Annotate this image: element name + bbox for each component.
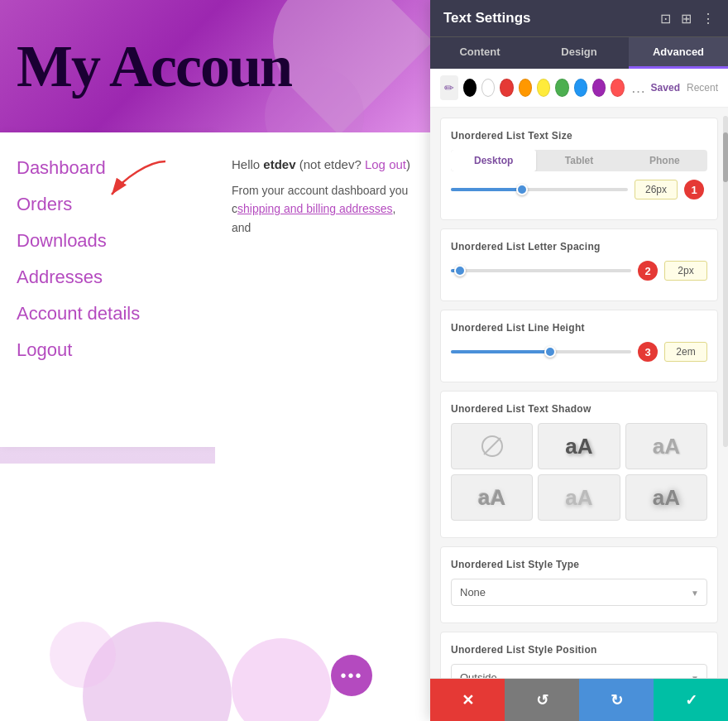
- account-description: From your account dashboard you cshippin…: [232, 181, 414, 237]
- color-blue[interactable]: [574, 79, 587, 97]
- reset-button[interactable]: ↺: [505, 679, 579, 721]
- panel-title: Text Settings: [443, 10, 530, 26]
- screenshot-icon[interactable]: ⊡: [660, 11, 671, 26]
- shadow-option-4[interactable]: aA: [538, 474, 620, 521]
- letter-spacing-label: Unordered List Letter Spacing: [451, 241, 707, 252]
- more-options-icon[interactable]: ⋮: [702, 11, 715, 26]
- panel-footer: ✕ ↺ ↻ ✓: [430, 678, 728, 721]
- more-colors-button[interactable]: …: [631, 79, 646, 97]
- text-shadow-section: Unordered List Text Shadow aA aA aA aA a…: [440, 391, 718, 538]
- pencil-icon[interactable]: ✏: [440, 75, 458, 100]
- svg-line-2: [484, 438, 500, 454]
- color-black[interactable]: [463, 79, 477, 97]
- panel-header-icons: ⊡ ⊞ ⋮: [660, 11, 715, 26]
- device-tab-desktop[interactable]: Desktop: [451, 150, 536, 171]
- style-position-label: Unordered List Style Position: [451, 644, 707, 656]
- scrollbar-track: [723, 116, 728, 447]
- saved-recent-row: Saved Recent: [651, 82, 718, 94]
- page-background: My Accoun Dashboard Orders Downloads Add…: [0, 0, 430, 721]
- shadow-options-grid: aA aA aA aA aA: [451, 423, 707, 521]
- settings-panel: Text Settings ⊡ ⊞ ⋮ Content Design Advan…: [430, 0, 728, 721]
- style-type-label: Unordered List Style Type: [451, 559, 707, 570]
- shadow-option-2[interactable]: aA: [625, 423, 707, 469]
- color-purple[interactable]: [592, 79, 606, 97]
- tab-content[interactable]: Content: [430, 37, 529, 69]
- letter-spacing-slider[interactable]: [451, 269, 631, 272]
- logout-link[interactable]: Log out: [365, 157, 406, 171]
- panel-tabs: Content Design Advanced: [430, 36, 728, 69]
- page-header: My Accoun: [0, 0, 430, 132]
- shadow-option-3[interactable]: aA: [451, 474, 533, 521]
- color-yellow[interactable]: [537, 79, 550, 97]
- text-size-slider-row: 26px 1: [451, 180, 707, 199]
- device-tab-tablet[interactable]: Tablet: [536, 150, 621, 171]
- device-tab-phone[interactable]: Phone: [622, 150, 707, 171]
- text-shadow-label: Unordered List Text Shadow: [451, 403, 707, 415]
- paren-close: ): [406, 157, 410, 171]
- annotation-badge-3: 3: [638, 342, 658, 362]
- panel-header: Text Settings ⊡ ⊞ ⋮: [430, 0, 728, 36]
- text-size-value[interactable]: 26px: [635, 180, 678, 199]
- addresses-link[interactable]: shipping and billing addresses: [237, 202, 393, 215]
- color-coral[interactable]: [611, 79, 624, 97]
- shadow-none[interactable]: [451, 423, 533, 469]
- text-size-label: Unordered List Text Size: [451, 130, 707, 142]
- recent-label[interactable]: Recent: [687, 82, 718, 94]
- line-height-label: Unordered List Line Height: [451, 322, 707, 334]
- panel-body[interactable]: Unordered List Text Size Desktop Tablet …: [430, 108, 728, 678]
- not-user-text: (not etdev?: [296, 157, 365, 171]
- color-row: ✏ … Saved Recent: [430, 69, 728, 108]
- saved-label[interactable]: Saved: [651, 82, 680, 94]
- page-title: My Accoun: [17, 36, 291, 96]
- style-position-section: Unordered List Style Position Outside In…: [440, 632, 718, 678]
- style-type-select-wrapper: None Disc Circle Square ▼: [451, 579, 707, 606]
- letter-spacing-slider-row: 2 2px: [451, 261, 707, 281]
- line-height-slider[interactable]: [451, 350, 631, 353]
- circle-1: [83, 622, 232, 721]
- reset-icon: ↺: [536, 691, 548, 709]
- redo-button[interactable]: ↻: [579, 679, 654, 721]
- redo-icon: ↻: [611, 691, 623, 709]
- main-content: Hello etdev (not etdev? Log out) From yo…: [215, 132, 430, 721]
- floating-action-button[interactable]: •••: [331, 655, 372, 696]
- letter-spacing-section: Unordered List Letter Spacing 2 2px: [440, 228, 718, 301]
- sidebar-item-orders[interactable]: Orders: [17, 194, 199, 215]
- cancel-button[interactable]: ✕: [430, 679, 505, 721]
- style-position-select[interactable]: Outside Inside: [451, 664, 707, 678]
- hello-prefix: Hello: [232, 157, 263, 171]
- scrollbar-thumb[interactable]: [723, 132, 728, 182]
- annotation-badge-2: 2: [638, 261, 658, 281]
- confirm-icon: ✓: [685, 691, 697, 709]
- color-white[interactable]: [481, 79, 495, 97]
- sidebar-item-logout[interactable]: Logout: [17, 339, 199, 361]
- dots-icon: •••: [340, 666, 362, 685]
- sidebar-nav: Dashboard Orders Downloads Addresses Acc…: [0, 132, 215, 447]
- text-size-section: Unordered List Text Size Desktop Tablet …: [440, 118, 718, 220]
- tab-design[interactable]: Design: [529, 37, 629, 69]
- shadow-option-5[interactable]: aA: [625, 474, 707, 521]
- cancel-icon: ✕: [462, 691, 474, 709]
- grid-icon[interactable]: ⊞: [681, 11, 692, 26]
- sidebar-item-downloads[interactable]: Downloads: [17, 230, 199, 252]
- text-size-slider[interactable]: [451, 188, 628, 191]
- username-strong: etdev: [263, 157, 295, 171]
- shadow-option-1[interactable]: aA: [538, 423, 620, 469]
- circle-3: [50, 622, 116, 688]
- style-type-section: Unordered List Style Type None Disc Circ…: [440, 546, 718, 623]
- color-red[interactable]: [500, 79, 513, 97]
- color-green[interactable]: [555, 79, 568, 97]
- letter-spacing-value[interactable]: 2px: [664, 261, 707, 281]
- sidebar-item-dashboard[interactable]: Dashboard: [17, 157, 199, 179]
- style-type-select[interactable]: None Disc Circle Square: [451, 579, 707, 606]
- tab-advanced[interactable]: Advanced: [629, 37, 728, 69]
- line-height-section: Unordered List Line Height 3 2em: [440, 310, 718, 382]
- confirm-button[interactable]: ✓: [654, 679, 728, 721]
- line-height-value[interactable]: 2em: [664, 342, 707, 362]
- style-position-select-wrapper: Outside Inside ▼: [451, 664, 707, 678]
- device-tabs: Desktop Tablet Phone: [451, 150, 707, 171]
- sidebar-item-addresses[interactable]: Addresses: [17, 267, 199, 288]
- line-height-slider-row: 3 2em: [451, 342, 707, 362]
- color-orange[interactable]: [519, 79, 532, 97]
- no-shadow-icon: [481, 435, 504, 458]
- sidebar-item-account-details[interactable]: Account details: [17, 303, 199, 324]
